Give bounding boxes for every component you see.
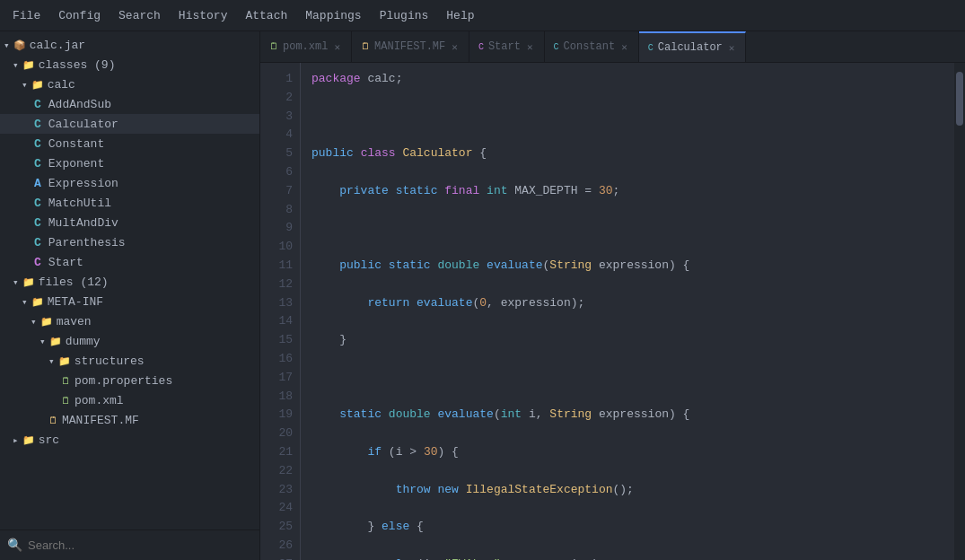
tab-icon-manifest: 🗒: [361, 41, 370, 52]
scrollbar-thumb[interactable]: [956, 72, 963, 126]
editor-scrollbar[interactable]: [954, 63, 965, 560]
tree-label-classes: classes (9): [39, 58, 116, 72]
search-icon: 🔍: [7, 538, 22, 553]
tab-icon-pom-xml: 🗒: [269, 41, 278, 52]
tree-label-structures: structures: [75, 354, 145, 368]
editor-area: 🗒 pom.xml ✕ 🗒 MANIFEST.MF ✕ C Start ✕ C …: [260, 31, 965, 560]
tab-label-constant: Constant: [564, 40, 616, 53]
tab-close-calculator[interactable]: ✕: [727, 42, 737, 54]
menu-bar: File Config Search History Attach Mappin…: [0, 0, 965, 31]
tree-label-pom-xml: pom.xml: [75, 394, 124, 407]
tree-label-manifest: MANIFEST.MF: [62, 414, 139, 427]
tab-bar: 🗒 pom.xml ✕ 🗒 MANIFEST.MF ✕ C Start ✕ C …: [260, 31, 965, 63]
menu-history[interactable]: History: [170, 5, 237, 26]
tree-item-exponent[interactable]: C Exponent: [0, 153, 259, 173]
tab-close-pom-xml[interactable]: ✕: [332, 41, 342, 53]
search-input[interactable]: [28, 538, 252, 552]
tree-item-manifest[interactable]: 🗒 MANIFEST.MF: [0, 410, 259, 430]
tree-item-calc-jar[interactable]: ▾ 📦 calc.jar: [0, 35, 259, 55]
tree-label-addandsub: AddAndSub: [48, 98, 111, 111]
tree-label-start: Start: [48, 256, 83, 269]
menu-config[interactable]: Config: [49, 5, 110, 26]
tab-label-calculator: Calculator: [658, 41, 723, 54]
tree-label-dummy: dummy: [66, 335, 101, 348]
tree-item-calc[interactable]: ▾ 📁 calc: [0, 74, 259, 94]
tab-calculator[interactable]: C Calculator ✕: [639, 31, 747, 63]
tab-label-pom-xml: pom.xml: [283, 40, 328, 53]
tree-item-pom-xml[interactable]: 🗒 pom.xml: [0, 390, 259, 410]
tree-label-calculator: Calculator: [48, 118, 118, 131]
tree-item-parenthesis[interactable]: C Parenthesis: [0, 232, 259, 252]
sidebar: ▾ 📦 calc.jar ▾ 📁 classes (9) ▾ 📁 calc: [0, 31, 260, 560]
tab-pom-xml[interactable]: 🗒 pom.xml ✕: [260, 31, 352, 63]
tree-label-meta-inf: META-INF: [48, 295, 103, 309]
tree-label-calc-jar: calc.jar: [30, 39, 85, 52]
tab-manifest[interactable]: 🗒 MANIFEST.MF ✕: [352, 31, 469, 63]
tree-item-pom-properties[interactable]: 🗒 pom.properties: [0, 371, 259, 390]
tab-close-constant[interactable]: ✕: [619, 41, 629, 53]
tree-label-multanddiv: MultAndDiv: [48, 216, 118, 230]
tree-item-start[interactable]: C Start: [0, 252, 259, 272]
tree-label-exponent: Exponent: [48, 157, 104, 171]
tree-label-pom-properties: pom.properties: [75, 374, 172, 388]
menu-plugins[interactable]: Plugins: [371, 5, 438, 26]
tree-item-meta-inf[interactable]: ▾ 📁 META-INF: [0, 292, 259, 311]
tab-label-start: Start: [488, 40, 521, 53]
tree-label-constant: Constant: [48, 137, 104, 151]
code-content[interactable]: package calc; public class Calculator { …: [301, 63, 965, 560]
tab-icon-calculator: C: [648, 43, 654, 53]
menu-mappings[interactable]: Mappings: [296, 5, 370, 26]
sidebar-search-bar[interactable]: 🔍: [0, 529, 259, 560]
tree-item-expression[interactable]: A Expression: [0, 173, 259, 193]
tree-item-dummy[interactable]: ▾ 📁 dummy: [0, 331, 259, 351]
tree-item-classes[interactable]: ▾ 📁 classes (9): [0, 55, 259, 74]
tab-close-start[interactable]: ✕: [525, 41, 535, 53]
tree-item-addandsub[interactable]: C AddAndSub: [0, 94, 259, 114]
tree-item-maven[interactable]: ▾ 📁 maven: [0, 311, 259, 331]
tree-item-files[interactable]: ▾ 📁 files (12): [0, 272, 259, 292]
file-tree[interactable]: ▾ 📦 calc.jar ▾ 📁 classes (9) ▾ 📁 calc: [0, 31, 259, 529]
menu-file[interactable]: File: [4, 5, 49, 26]
menu-help[interactable]: Help: [437, 5, 483, 26]
tab-constant[interactable]: C Constant ✕: [545, 31, 639, 63]
tree-item-structures[interactable]: ▾ 📁 structures: [0, 351, 259, 371]
tab-icon-start: C: [478, 42, 484, 52]
tree-item-src[interactable]: ▸ 📁 src: [0, 430, 259, 450]
menu-search[interactable]: Search: [110, 5, 170, 26]
tree-item-matchutil[interactable]: C MatchUtil: [0, 193, 259, 213]
tree-item-constant[interactable]: C Constant: [0, 134, 259, 153]
tab-icon-constant: C: [554, 42, 559, 52]
tab-start[interactable]: C Start ✕: [469, 31, 545, 63]
tree-label-files: files (12): [39, 276, 109, 289]
tree-label-src: src: [39, 433, 59, 447]
main-layout: ▾ 📦 calc.jar ▾ 📁 classes (9) ▾ 📁 calc: [0, 31, 965, 560]
tree-label-matchutil: MatchUtil: [48, 197, 111, 210]
tree-item-calculator[interactable]: C Calculator: [0, 114, 259, 134]
tab-close-manifest[interactable]: ✕: [450, 41, 460, 53]
tree-label-maven: maven: [57, 315, 92, 328]
tree-label-expression: Expression: [48, 177, 118, 190]
tree-item-multanddiv[interactable]: C MultAndDiv: [0, 213, 259, 232]
tree-label-parenthesis: Parenthesis: [48, 236, 126, 249]
code-editor: 12345 678910 1112131415 1617181920 21222…: [260, 63, 965, 560]
menu-attach[interactable]: Attach: [236, 5, 296, 26]
line-numbers: 12345 678910 1112131415 1617181920 21222…: [260, 63, 301, 560]
tree-label-calc: calc: [48, 78, 75, 92]
tab-label-manifest: MANIFEST.MF: [374, 40, 445, 53]
